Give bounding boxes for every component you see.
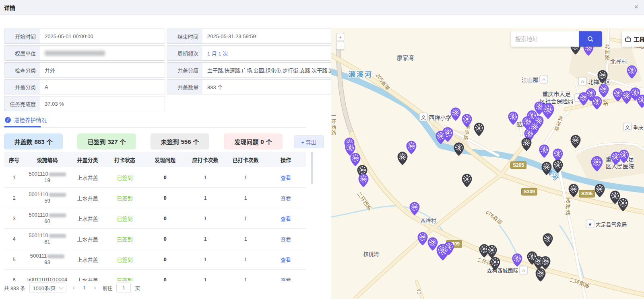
map-marker-purple[interactable]	[417, 232, 428, 247]
redacted-code	[49, 234, 66, 238]
map-marker-dark[interactable]	[490, 257, 500, 272]
table-header: 序号 设施编码 井盖分类 打卡状态 发现问题 应打卡次数 已打卡次数 操作	[4, 152, 306, 167]
view-link[interactable]: 查看	[281, 257, 291, 263]
tab-inspection-maintenance[interactable]: i 巡检养护情况	[5, 116, 47, 124]
field-label: 井盖分类	[4, 80, 40, 94]
map-marker-purple[interactable]	[637, 94, 644, 110]
view-link[interactable]: 查看	[281, 277, 291, 282]
view-link[interactable]: 查看	[281, 236, 291, 242]
field-label: 任务完成度	[4, 96, 40, 111]
map-marker-purple[interactable]	[621, 90, 632, 106]
map-canvas[interactable]: 廖家湾核桃湾西禅村北禅村酷开濑溪河濑溪河205省道676县道北环路二环南路二环南…	[331, 28, 644, 299]
map-marker-dark[interactable]	[397, 152, 408, 167]
toolbox-button[interactable]: 工具箱	[622, 31, 644, 47]
cell-index: 1	[4, 174, 24, 180]
zoom-in-button[interactable]: +	[336, 33, 344, 41]
cell-required: 1	[185, 236, 225, 242]
redacted-code	[49, 193, 66, 197]
map-marker-purple[interactable]	[542, 103, 554, 121]
cell-done: 1	[225, 277, 266, 282]
field-label: 井盖数量	[167, 80, 202, 94]
map-marker-purple[interactable]	[627, 65, 637, 80]
map-marker-purple[interactable]	[578, 92, 589, 107]
cell-index: 2	[4, 195, 24, 201]
col-checkin-status: 打卡状态	[105, 156, 145, 164]
page-title: 详情	[4, 4, 15, 12]
map-marker-purple[interactable]	[611, 152, 621, 167]
cell-required: 1	[185, 256, 225, 262]
cell-done: 1	[225, 256, 266, 262]
field-value: 井外	[40, 63, 165, 77]
map-marker-dark[interactable]	[535, 268, 546, 283]
cell-index: 3	[4, 215, 24, 221]
cell-code: 500111061	[24, 232, 70, 245]
goto-page-input[interactable]	[116, 283, 131, 293]
map-marker-dark[interactable]	[462, 174, 472, 189]
col-actions: 操作	[266, 156, 306, 164]
map-marker-purple[interactable]	[512, 253, 522, 268]
cell-done: 1	[225, 236, 266, 242]
map-marker-purple[interactable]	[436, 131, 446, 146]
prev-page-button[interactable]: ‹	[70, 284, 77, 291]
cell-category: 上水井盖	[70, 235, 105, 243]
map-marker-dark[interactable]	[568, 184, 579, 199]
view-link[interactable]: 查看	[281, 216, 291, 222]
stat-unit: 个	[120, 137, 126, 146]
map-marker-dark[interactable]	[553, 160, 563, 175]
chevron-down-icon	[59, 285, 63, 289]
stat-unit: 个	[266, 137, 272, 146]
page-unit-label: 页	[135, 284, 140, 292]
map-marker-purple[interactable]	[450, 107, 461, 123]
cell-issues: 0	[145, 215, 185, 221]
field-label: 检查分类	[4, 63, 40, 77]
view-link[interactable]: 查看	[281, 195, 291, 201]
field-value: 37.03 %	[40, 96, 165, 111]
current-page[interactable]: 1	[81, 285, 87, 291]
search-button[interactable]	[579, 31, 602, 47]
map-marker-dark[interactable]	[474, 123, 484, 138]
next-page-button[interactable]: ›	[91, 284, 98, 291]
field-value-link[interactable]: 1 月 1 次	[202, 46, 331, 60]
goto-label: 前往	[102, 284, 112, 292]
tab-active-indicator	[4, 126, 41, 127]
stat-chip-unsigned: 未签到 556 个	[151, 133, 209, 150]
cell-issues: 0	[145, 236, 185, 242]
close-icon[interactable]: ×	[634, 3, 638, 11]
map-marker-dark[interactable]	[594, 184, 605, 199]
table-scrollbar[interactable]	[311, 152, 313, 184]
map-marker-dark[interactable]	[454, 142, 464, 158]
map-marker-purple[interactable]	[462, 114, 472, 129]
page-size-select[interactable]: 1000条/页	[29, 283, 66, 293]
export-button[interactable]: + 导出	[294, 135, 324, 148]
stat-value: 327	[107, 138, 118, 145]
map-marker-purple[interactable]	[591, 156, 603, 173]
view-link[interactable]: 查看	[281, 175, 291, 181]
map-marker-purple[interactable]	[539, 144, 549, 160]
cell-code: 500111019	[24, 171, 70, 184]
map-marker-dark[interactable]	[543, 233, 553, 248]
cell-category: 上水井盖	[70, 256, 105, 263]
cell-done: 1	[225, 195, 266, 201]
map-marker-purple[interactable]	[592, 96, 602, 111]
stat-chip-issues: 发现问题 0 个	[224, 133, 283, 150]
map-marker-dark[interactable]	[597, 70, 608, 85]
search-input[interactable]	[511, 31, 579, 47]
info-icon: i	[5, 117, 11, 123]
map-marker-dark[interactable]	[570, 135, 581, 150]
form-field-cover-count: 井盖数量 883 个	[167, 79, 331, 94]
cell-issues: 0	[145, 195, 185, 201]
field-value: 2025-05-01 00:00:00	[40, 29, 165, 43]
table-row: 2 500111059 上水井盖 已签到 0 1 1 查看	[4, 188, 306, 208]
col-index: 序号	[4, 156, 24, 164]
map-marker-dark[interactable]	[541, 162, 552, 177]
map-marker-purple[interactable]	[436, 244, 450, 262]
map-marker-dark[interactable]	[521, 137, 532, 153]
map-marker-purple[interactable]	[409, 202, 420, 217]
redacted-code	[49, 213, 66, 217]
map-marker-purple[interactable]	[358, 174, 369, 189]
map-marker-purple[interactable]	[508, 111, 518, 127]
map-marker-dark[interactable]	[618, 198, 628, 213]
zoom-out-button[interactable]: −	[336, 42, 344, 50]
col-facility-code: 设施编码	[24, 156, 70, 164]
form-field-end-time: 结束时间 2025-05-31 23:59:59	[167, 29, 331, 44]
